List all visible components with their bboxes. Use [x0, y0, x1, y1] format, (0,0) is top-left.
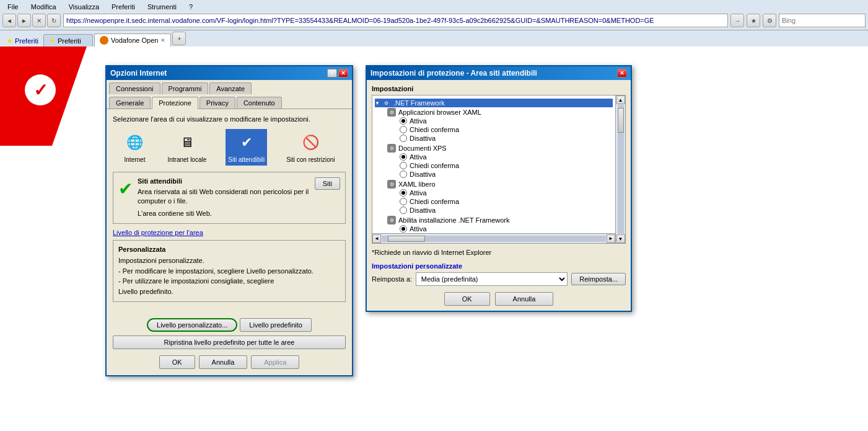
radio-xl-attiva[interactable]: Attiva: [400, 189, 613, 197]
go-button[interactable]: →: [730, 14, 744, 27]
opzioni-bottom-section: Livello personalizzato... Livello predef…: [107, 314, 352, 375]
favorites-star-button[interactable]: ★: [747, 14, 760, 27]
tree-gear-net-install: ⚙: [387, 216, 396, 224]
dialog-impostazioni-protezione: Impostazioni di protezione - Area siti a…: [366, 65, 632, 312]
address-input[interactable]: [63, 14, 728, 27]
zone-internet-label: Internet: [125, 156, 146, 163]
opzioni-close-button[interactable]: ✕: [338, 69, 348, 78]
radio-xl-disattiva[interactable]: Disattiva: [400, 206, 613, 215]
radio-xaml-chiedi[interactable]: Chiedi conferma: [400, 125, 613, 134]
tab-privacy[interactable]: Privacy: [199, 97, 235, 109]
protezione-close-button[interactable]: ✕: [617, 69, 627, 78]
tools-button[interactable]: ⚙: [763, 14, 776, 27]
opzioni-title-label: Opzioni Internet: [110, 69, 167, 78]
opzioni-annulla-button[interactable]: Annulla: [199, 355, 248, 369]
favorites-label: Preferiti: [15, 37, 38, 45]
tree-node-xaml-libero: ⚙ XAML libero Attiva: [387, 179, 613, 215]
h-scroll-left-button[interactable]: ◄: [372, 234, 381, 243]
zone-restrizioni[interactable]: 🚫 Siti con restrizioni: [284, 129, 337, 166]
tab-connessioni[interactable]: Connessioni: [109, 82, 160, 94]
tree-scrollbar[interactable]: ▲ ▼: [615, 96, 625, 243]
tree-net-framework-label: .NET Framework: [393, 99, 445, 107]
back-button[interactable]: ◄: [2, 14, 16, 27]
reimposta-label: Reimposta a:: [372, 275, 412, 283]
trusted-content: ✔ Siti attendibili Area riservata ai sit…: [118, 177, 340, 218]
radio-xps-chiedi[interactable]: Chiedi conferma: [400, 161, 613, 170]
menu-visualizza[interactable]: Visualizza: [66, 2, 102, 11]
tab-generale[interactable]: Generale: [109, 97, 151, 109]
tree-xps-header[interactable]: ⚙ Documenti XPS: [387, 144, 613, 153]
zones-row: 🌐 Internet 🖥 Intranet locale ✔ Siti atte…: [113, 129, 346, 166]
siti-button[interactable]: Siti: [315, 177, 340, 190]
opzioni-applica-button[interactable]: Applica: [251, 355, 299, 369]
radio-xl-chiedi[interactable]: Chiedi conferma: [400, 197, 613, 206]
scroll-up-button[interactable]: ▲: [616, 96, 625, 104]
tree-xaml-browser-header[interactable]: ⚙ Applicazioni browser XAML: [387, 108, 613, 117]
radio-xaml-attiva[interactable]: Attiva: [400, 117, 613, 125]
reimposta-select[interactable]: Media (predefinita): [416, 272, 568, 286]
opzioni-ok-button[interactable]: OK: [159, 355, 195, 369]
radio-xl-chiedi-label: Chiedi conferma: [410, 198, 459, 205]
radio-ni-attiva[interactable]: Attiva: [400, 224, 613, 233]
tab-close-icon[interactable]: ✕: [160, 37, 165, 43]
zone-attendibili[interactable]: ✔ Siti attendibili: [226, 129, 267, 166]
tab-programmi[interactable]: Programmi: [162, 82, 209, 94]
tree-xaml-libero-options: Attiva Chiedi conferma Dis: [400, 189, 613, 215]
zone-intranet[interactable]: 🖥 Intranet locale: [165, 129, 209, 166]
stop-button[interactable]: ✕: [32, 14, 46, 27]
radio-xaml-disattiva[interactable]: Disattiva: [400, 134, 613, 143]
tab-protezione[interactable]: Protezione: [152, 97, 198, 109]
opzioni-help-button[interactable]: ?: [327, 69, 337, 78]
protezione-body: Impostazioni ▼ ⚙ .NET Framework: [367, 80, 631, 311]
menu-modifica[interactable]: Modifica: [28, 2, 59, 11]
new-tab-button[interactable]: +: [172, 32, 186, 45]
settings-tree: ▼ ⚙ .NET Framework ⚙ Applicazioni browse…: [372, 95, 626, 244]
radio-xl-disattiva-label: Disattiva: [410, 207, 436, 214]
h-scrollbar[interactable]: ◄ ►: [372, 233, 615, 243]
zone-internet[interactable]: 🌐 Internet: [121, 129, 148, 166]
radio-xaml-chiedi-dot: [400, 126, 407, 133]
radio-xps-disattiva[interactable]: Disattiva: [400, 170, 613, 179]
tree-node-xaml-browser: ⚙ Applicazioni browser XAML Attiva: [387, 107, 613, 143]
tree-net-framework-header[interactable]: ▼ ⚙ .NET Framework: [375, 99, 613, 107]
protezione-annulla-button[interactable]: Annulla: [495, 292, 554, 306]
livello-personalizzato-button[interactable]: Livello personalizzato...: [147, 318, 237, 332]
scroll-down-button[interactable]: ▼: [616, 234, 625, 243]
forward-button[interactable]: ►: [17, 14, 31, 27]
impost-pers-row: Reimposta a: Media (predefinita) Reimpos…: [372, 272, 626, 286]
nav-buttons: ◄ ► ✕ ↻: [2, 14, 61, 27]
radio-xaml-disattiva-label: Disattiva: [410, 135, 436, 142]
menu-help[interactable]: ?: [186, 2, 195, 11]
tree-net-install-header[interactable]: ⚙ Abilita installazione .NET Framework: [387, 216, 613, 224]
h-scroll-right-button[interactable]: ►: [607, 234, 615, 243]
opzioni-tabs-row1: Connessioni Programmi Avanzate: [107, 80, 352, 94]
scroll-track: [618, 105, 624, 234]
favorites-button[interactable]: ★ Preferiti: [2, 35, 42, 47]
menu-bar-container: File Modifica Visualizza Preferiti Strum…: [0, 0, 868, 30]
radio-ni-attiva-label: Attiva: [410, 225, 427, 233]
ripristina-button[interactable]: Ripristina livello predefinito per tutte…: [113, 335, 346, 349]
radio-xps-attiva[interactable]: Attiva: [400, 153, 613, 161]
vodafone-circle: ✓: [15, 65, 65, 115]
livello-link[interactable]: Livello di protezione per l'area: [113, 229, 203, 236]
reimposta-button[interactable]: Reimposta...: [571, 273, 626, 285]
search-input[interactable]: [779, 14, 866, 27]
opzioni-title-controls: ? ✕: [327, 69, 348, 78]
zone-intranet-icon: 🖥: [176, 131, 198, 154]
tab-preferiti[interactable]: ★ Preferiti: [43, 34, 93, 47]
tree-xaml-libero-header[interactable]: ⚙ XAML libero: [387, 180, 613, 189]
personalizzata-section: Personalizzata Impostazioni personalizza…: [113, 240, 346, 302]
menu-file[interactable]: File: [5, 2, 21, 11]
livello-predefinito-button[interactable]: Livello predefinito: [240, 318, 312, 332]
radio-ni-attiva-dot: [400, 225, 407, 233]
protezione-ok-button[interactable]: OK: [444, 292, 490, 306]
radio-xaml-attiva-dot: [400, 117, 407, 125]
menu-preferiti[interactable]: Preferiti: [109, 2, 138, 11]
tab-avanzate[interactable]: Avanzate: [209, 82, 252, 94]
tree-gear-xaml: ⚙: [387, 108, 396, 117]
tab-contenuto[interactable]: Contenuto: [237, 97, 282, 109]
refresh-button[interactable]: ↻: [47, 14, 61, 27]
vodafone-logo-area: ✓: [0, 47, 112, 171]
tab-vodafone-open[interactable]: Vodafone Open ✕: [94, 33, 171, 47]
menu-strumenti[interactable]: Strumenti: [145, 2, 179, 11]
